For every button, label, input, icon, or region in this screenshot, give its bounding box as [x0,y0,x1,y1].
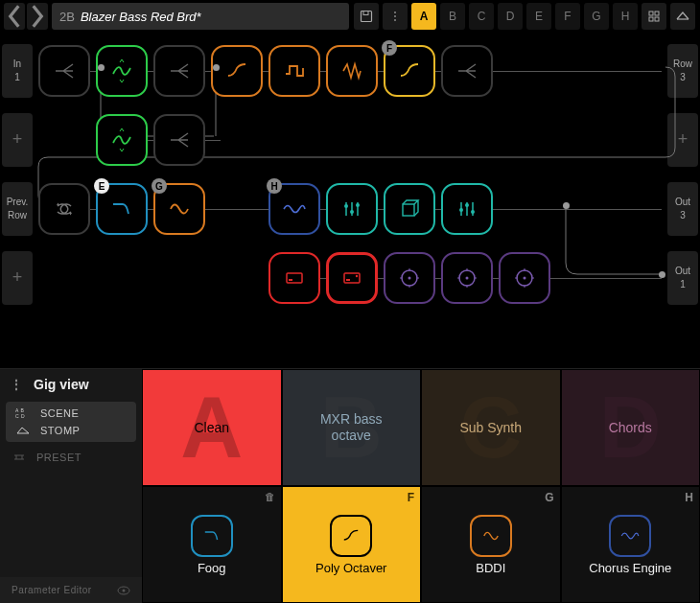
scene-mode-button[interactable]: A BC D SCENE [15,407,127,419]
row1-input[interactable]: In1 [2,44,33,98]
eq-block-cyan[interactable] [326,183,378,235]
scene-g-button[interactable]: G [584,3,609,30]
scene-a-button[interactable]: A [411,3,436,30]
tile-b-label: MXR bass octave [320,411,383,444]
scene-h-button[interactable]: H [613,3,638,30]
scene-b-button[interactable]: B [440,3,465,30]
block-badge-h: H [267,178,282,194]
svg-rect-16 [346,279,350,281]
wave-block-orange-2[interactable] [326,45,378,97]
row4-add-left[interactable]: + [2,251,33,305]
block-badge-f: F [382,40,397,56]
svg-point-17 [356,275,358,277]
splitter-block-4[interactable] [153,114,205,166]
svg-rect-15 [344,273,360,283]
row1-output[interactable]: Row3 [667,44,698,98]
preset-title[interactable]: 2B Blazer Bass Red Brd* [52,3,349,30]
tile-c[interactable]: C Sub Synth [421,369,561,486]
svg-rect-14 [289,279,292,281]
block-badge-e: E [94,178,109,194]
next-preset-button[interactable] [27,3,48,30]
scene-f-button[interactable]: F [555,3,580,30]
cube-block-cyan[interactable] [384,183,435,235]
chorus-block[interactable]: H [268,183,320,235]
tile-e[interactable]: 🗑 Foog [142,486,282,603]
svg-point-23 [524,277,526,280]
tile-h[interactable]: H Chorus Engine [561,486,701,603]
prev-preset-button[interactable] [4,3,25,30]
wave-block-orange[interactable] [268,45,320,97]
scene-e-button[interactable]: E [526,3,551,30]
splitter-block-2[interactable] [153,45,205,97]
grid-layout-icon[interactable] [642,3,666,30]
scene-c-button[interactable]: C [469,3,494,30]
svg-rect-13 [287,273,302,283]
svg-point-21 [466,277,469,280]
preset-number: 2B [59,10,75,24]
signal-chain-grid: In1 F Row3 + + Prev.Row [0,33,700,368]
loop-block[interactable] [38,183,90,235]
svg-point-7 [350,210,354,214]
tile-f[interactable]: F Poly Octaver [282,486,422,603]
stomp-mode-button[interactable]: STOMP [15,425,127,436]
splitter-block-3[interactable] [441,45,493,97]
tile-b[interactable]: B MXR bass octave [282,369,422,486]
row4-output[interactable]: Out1 [667,251,698,305]
gig-sidebar: ⋮ Gig view A BC D SCENE STOMP PRESET Par… [0,369,142,603]
svg-point-27 [123,589,126,591]
row2-add-right[interactable]: + [667,113,698,167]
lp-block-blue[interactable]: E [96,183,148,235]
splitter-block[interactable] [38,45,90,97]
scene-d-button[interactable]: D [498,3,523,30]
svg-rect-2 [649,12,653,15]
comp-block-yellow[interactable]: F [384,45,435,97]
svg-point-11 [465,203,469,207]
preset-name: Blazer Bass Red Brd* [81,10,201,24]
gig-menu-icon[interactable]: ⋮ [10,377,24,392]
scene-stomp-group: A BC D SCENE STOMP [6,402,136,442]
eq-block-cyan-2[interactable] [441,183,493,235]
cab-block-purple[interactable] [384,252,435,304]
parameter-editor-button[interactable]: Parameter Editor [0,577,142,603]
row3-output[interactable]: Out3 [667,182,698,236]
stomp-view-icon[interactable] [670,3,695,30]
svg-point-12 [471,210,475,214]
svg-rect-1 [363,12,368,15]
comp-block-orange[interactable] [211,45,263,97]
svg-rect-0 [362,12,372,22]
cab-block-purple-3[interactable] [499,252,550,304]
svg-rect-3 [655,12,659,15]
svg-text:C D: C D [15,413,25,419]
more-icon[interactable] [383,3,408,30]
tile-g[interactable]: G BDDI [421,486,561,603]
cab-block-purple-2[interactable] [441,252,493,304]
trash-icon[interactable]: 🗑 [265,491,275,502]
wave-block-orange-3[interactable]: G [153,183,205,235]
svg-rect-5 [655,17,659,21]
filter-block-green[interactable] [96,45,148,97]
tile-a[interactable]: A Clean [142,369,282,486]
gig-view-title: ⋮ Gig view [0,369,142,400]
row2-add-left[interactable]: + [2,113,33,167]
svg-point-10 [459,208,463,212]
svg-point-19 [408,277,411,280]
amp-block-red[interactable] [268,252,320,304]
block-badge-g: G [152,178,167,194]
save-icon[interactable] [354,3,379,30]
row3-input[interactable]: Prev.Row [2,182,33,236]
svg-point-6 [344,204,348,208]
svg-rect-9 [403,204,414,216]
filter-block-green-2[interactable] [96,114,148,166]
svg-point-8 [356,203,360,207]
tile-d[interactable]: D Chords [561,369,701,486]
svg-rect-4 [649,17,653,21]
preset-mode-button[interactable]: PRESET [0,444,142,471]
amp-block-red-active[interactable] [326,252,378,304]
